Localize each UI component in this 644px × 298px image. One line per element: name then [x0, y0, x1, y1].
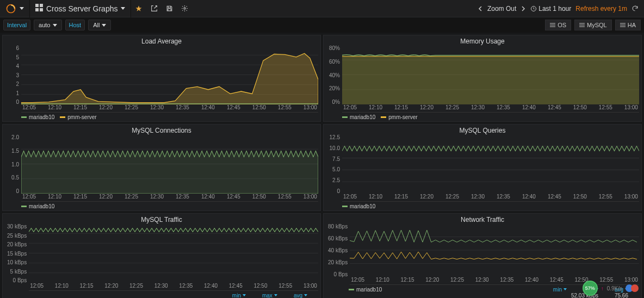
time-forward-button[interactable]	[521, 6, 526, 11]
legend-item[interactable]: mariadb10	[349, 286, 382, 293]
bars-icon	[550, 23, 555, 27]
stat-max[interactable]: max	[262, 292, 277, 298]
chart-body: 80% 60% 40% 20% 0% 12:05 12:10 12:15	[326, 45, 639, 113]
x-tick: 12:30	[150, 194, 164, 201]
y-axis: 2.0 1.5 1.0 0.5 0	[5, 134, 21, 202]
app-logo-cell[interactable]	[0, 0, 30, 17]
plot-area[interactable]: 12:05 12:10 12:15 12:20 12:25 12:30 12:3…	[350, 223, 639, 285]
plot-area[interactable]: 12:05 12:10 12:15 12:20 12:25 12:30 12:3…	[342, 45, 639, 113]
svg-rect-1	[35, 4, 39, 7]
chart-body: 30 kBps 25 kBps 20 kBps 15 kBps 10 kBps …	[5, 223, 318, 291]
svg-rect-4	[40, 8, 43, 11]
stat-avg[interactable]: avg	[294, 292, 307, 298]
x-tick: 13:00	[624, 104, 638, 112]
chart-svg	[29, 223, 318, 283]
legend-item[interactable]: mariadb10	[342, 203, 375, 209]
x-tick: 12:15	[80, 283, 94, 290]
legend-item[interactable]: mariadb10	[21, 114, 54, 120]
x-tick: 13:00	[624, 194, 638, 201]
x-tick: 12:20	[425, 277, 439, 284]
grafana-logo-icon	[5, 3, 16, 14]
legend-label: mariadb10	[29, 203, 54, 209]
panel-title: MySQL Traffic	[5, 215, 318, 223]
x-tick: 12:05	[343, 104, 357, 112]
plot-area[interactable]: 12:05 12:10 12:15 12:20 12:25 12:30 12:3…	[21, 134, 318, 202]
y-tick: 6	[7, 45, 19, 51]
legend-item[interactable]: mariadb10	[21, 203, 54, 209]
badge-rate: 0.9K/s	[607, 285, 622, 291]
x-tick: 12:05	[22, 104, 36, 112]
y-tick: 7.5	[328, 156, 340, 162]
caret-down-icon	[274, 294, 277, 296]
refresh-interval-picker[interactable]: Refresh every 1m	[575, 5, 627, 13]
y-tick: 0 Bps	[7, 277, 27, 283]
x-tick: 12:55	[278, 104, 292, 112]
star-button[interactable]	[131, 0, 146, 17]
x-tick: 12:45	[550, 277, 564, 284]
legend-swatch	[60, 116, 65, 118]
caret-down-icon	[102, 24, 106, 27]
x-tick: 12:55	[278, 283, 292, 290]
x-tick: 12:40	[201, 104, 215, 112]
x-tick: 12:05	[30, 283, 44, 290]
link-label: HA	[628, 22, 636, 28]
time-back-button[interactable]	[478, 6, 483, 11]
panel-mysql-traffic[interactable]: MySQL Traffic 30 kBps 25 kBps 20 kBps 15…	[2, 213, 321, 298]
y-tick: 0	[328, 188, 340, 194]
x-axis: 12:05 12:10 12:15 12:20 12:25 12:30 12:3…	[342, 194, 639, 201]
x-tick: 12:30	[475, 277, 489, 284]
y-tick: 80 kBps	[328, 223, 348, 229]
x-tick: 12:55	[599, 104, 612, 112]
stat-min[interactable]: min	[553, 286, 567, 293]
y-tick: 4	[7, 63, 19, 69]
progress-badge[interactable]: 57%	[583, 281, 598, 296]
link-label: OS	[558, 22, 566, 28]
panel-title: MySQL Queries	[326, 126, 639, 134]
x-tick: 12:25	[125, 194, 138, 201]
link-mysql[interactable]: MySQL	[574, 20, 612, 30]
var-interval-picker[interactable]: auto	[34, 20, 61, 30]
panel-load-average[interactable]: Load Average 6 5 4 3 2 1 0	[2, 35, 321, 122]
x-tick: 12:45	[227, 194, 240, 201]
legend-item[interactable]: mariadb10	[342, 114, 375, 120]
time-range-label: Last 1 hour	[538, 5, 571, 13]
legend-label: mariadb10	[356, 287, 382, 293]
refresh-button[interactable]	[631, 5, 639, 12]
legend-label: mariadb10	[350, 203, 375, 209]
badge-dots[interactable]	[626, 284, 639, 292]
panel-mysql-connections[interactable]: MySQL Connections 2.0 1.5 1.0 0.5 0 12:0…	[2, 124, 321, 211]
link-ha[interactable]: HA	[615, 20, 641, 30]
plot-area[interactable]: 12:05 12:10 12:15 12:20 12:25 12:30 12:3…	[342, 134, 639, 202]
panel-mysql-queries[interactable]: MySQL Queries 12.5 10.0 7.5 5.0 2.5 0 12…	[323, 124, 642, 211]
share-button[interactable]	[146, 0, 162, 17]
var-host-picker[interactable]: All	[88, 20, 111, 30]
legend-item[interactable]: pmm-server	[60, 114, 96, 120]
legend-swatch	[21, 206, 27, 207]
stat-min[interactable]: min	[232, 292, 246, 298]
dashboard-picker[interactable]: Cross Server Graphs	[30, 0, 131, 17]
x-tick: 12:50	[573, 104, 587, 112]
x-tick: 12:55	[599, 194, 612, 201]
plot-area[interactable]: 12:05 12:10 12:15 12:20 12:25 12:30 12:3…	[29, 223, 318, 291]
legend-label: mariadb10	[29, 114, 54, 120]
save-button[interactable]	[162, 0, 177, 17]
x-tick: 12:25	[125, 104, 138, 112]
y-tick: 10.0	[328, 145, 340, 151]
y-tick: 1.0	[7, 162, 19, 167]
x-tick: 12:10	[48, 194, 61, 201]
panel-memory-usage[interactable]: Memory Usage 80% 60% 40% 20% 0% 12:05	[323, 35, 642, 122]
x-tick: 12:35	[179, 283, 193, 290]
legend: mariadb10 pmm-server	[5, 113, 318, 120]
link-os[interactable]: OS	[545, 20, 571, 30]
zoom-out-button[interactable]: Zoom Out	[487, 5, 516, 13]
panel-title: Memory Usage	[326, 36, 639, 45]
x-tick: 12:05	[351, 277, 364, 284]
legend-item[interactable]: pmm-server	[381, 114, 417, 120]
x-tick: 13:00	[304, 194, 317, 201]
time-range-picker[interactable]: Last 1 hour	[530, 5, 571, 13]
y-tick: 0 Bps	[328, 271, 348, 277]
plot-area[interactable]: 12:05 12:10 12:15 12:20 12:25 12:30 12:3…	[21, 45, 318, 113]
link-label: MySQL	[587, 22, 607, 28]
y-axis: 6 5 4 3 2 1 0	[5, 45, 21, 113]
settings-button[interactable]	[177, 0, 192, 17]
